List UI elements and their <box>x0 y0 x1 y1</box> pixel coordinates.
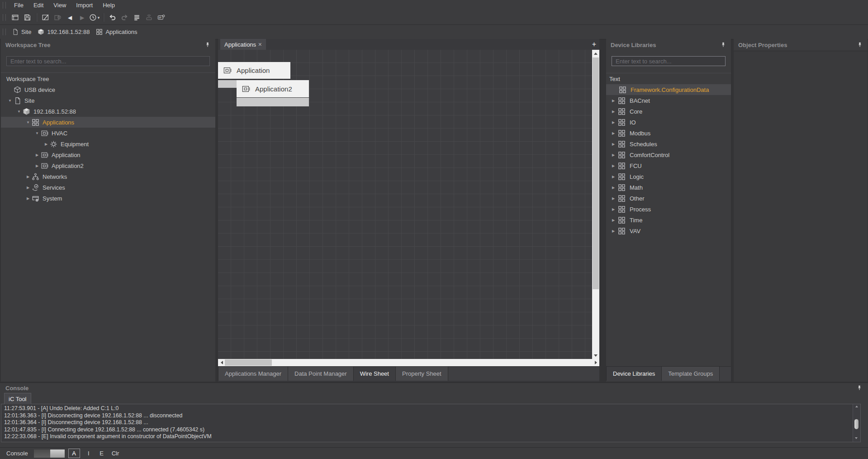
tree-item-hvac[interactable]: ▼HVAC <box>1 128 215 139</box>
expand-icon[interactable]: ▶ <box>610 110 617 114</box>
library-item-core[interactable]: ▶Core <box>606 106 731 117</box>
expand-icon[interactable]: ▶ <box>610 120 617 124</box>
expand-icon[interactable]: ▶ <box>610 229 617 233</box>
pin-icon[interactable] <box>720 42 726 48</box>
horizontal-scroll-thumb[interactable] <box>225 359 272 366</box>
log-list-button[interactable] <box>131 12 142 23</box>
scroll-down-button[interactable] <box>855 437 858 439</box>
expand-icon[interactable]: ▶ <box>610 142 617 146</box>
tree-item-192-168-1-52-88[interactable]: ▼192.168.1.52:88 <box>1 106 215 117</box>
menu-file[interactable]: File <box>9 0 28 10</box>
tab-device-libraries[interactable]: Device Libraries <box>606 367 662 381</box>
workspace-search-input[interactable] <box>6 56 210 66</box>
tab-wire-sheet[interactable]: Wire Sheet <box>354 367 396 381</box>
toolbar-grip[interactable] <box>3 14 6 21</box>
expand-icon[interactable]: ▶ <box>610 186 617 190</box>
scroll-up-button[interactable] <box>592 50 599 57</box>
vertical-scrollbar[interactable] <box>592 50 599 359</box>
scroll-left-button[interactable] <box>218 359 225 366</box>
breadcrumb-item-applications[interactable]: Applications <box>96 29 137 35</box>
expand-icon[interactable]: ▶ <box>610 153 617 157</box>
expand-icon[interactable]: ▶ <box>24 186 32 190</box>
collapse-icon[interactable]: ▼ <box>15 110 23 114</box>
library-item-other[interactable]: ▶Other <box>606 193 731 204</box>
tab-data-point-manager[interactable]: Data Point Manager <box>288 367 354 381</box>
history-button[interactable]: ▾ <box>89 12 100 23</box>
expand-icon[interactable]: ▶ <box>33 164 41 168</box>
expand-icon[interactable]: ▶ <box>24 196 32 201</box>
expand-icon[interactable]: ▶ <box>610 196 617 201</box>
filter-e-button[interactable]: E <box>97 449 106 458</box>
library-item-comfortcontrol[interactable]: ▶ComfortControl <box>606 149 731 160</box>
collapse-icon[interactable]: ▼ <box>33 131 41 135</box>
expand-icon[interactable]: ▶ <box>610 164 617 168</box>
library-item-io[interactable]: ▶IO <box>606 117 731 128</box>
tab-applications-manager[interactable]: Applications Manager <box>218 367 288 381</box>
tree-item-applications[interactable]: ▼Applications <box>1 117 215 128</box>
library-item-vav[interactable]: ▶VAV <box>606 225 731 236</box>
expand-icon[interactable]: ▶ <box>33 153 41 157</box>
library-item-time[interactable]: ▶Time <box>606 215 731 225</box>
library-item-framework-configurationdata[interactable]: Framework.ConfigurationData <box>606 84 731 95</box>
save-button[interactable] <box>22 12 33 23</box>
library-item-schedules[interactable]: ▶Schedules <box>606 139 731 149</box>
scroll-down-button[interactable] <box>592 352 599 359</box>
expand-icon[interactable]: ▶ <box>24 175 32 179</box>
layout-button[interactable] <box>9 12 21 23</box>
tree-item-usb-device[interactable]: USB device <box>1 84 215 95</box>
toolbar-grip[interactable] <box>3 2 6 9</box>
menu-edit[interactable]: Edit <box>28 0 48 10</box>
edit-mode-button[interactable] <box>40 12 51 23</box>
tree-item-application2[interactable]: ▶Application2 <box>1 160 215 171</box>
tree-item-services[interactable]: ▶Services <box>1 182 215 193</box>
filter-a-button[interactable]: A <box>68 449 80 458</box>
menu-import[interactable]: Import <box>71 0 98 10</box>
vertical-scroll-thumb[interactable] <box>593 57 599 289</box>
breadcrumb-item-192-168-1-52-88[interactable]: 192.168.1.52:88 <box>38 29 90 35</box>
pin-icon[interactable] <box>857 42 863 48</box>
library-item-bacnet[interactable]: ▶BACnet <box>606 95 731 106</box>
tree-item-site[interactable]: ▼Site <box>1 95 215 106</box>
breadcrumb-item-site[interactable]: Site <box>12 29 31 35</box>
tree-item-system[interactable]: ▶System <box>1 193 215 204</box>
close-icon[interactable]: × <box>258 41 262 48</box>
expand-icon[interactable]: ▶ <box>610 207 617 211</box>
menu-help[interactable]: Help <box>98 0 120 10</box>
tab-ic-tool[interactable]: iC Tool <box>4 393 31 404</box>
wire-sheet-canvas[interactable]: ApplicationApplication2 <box>218 50 592 359</box>
library-item-fcu[interactable]: ▶FCU <box>606 160 731 171</box>
console-scroll-thumb[interactable] <box>854 419 859 429</box>
expand-icon[interactable]: ▶ <box>610 175 617 179</box>
pin-icon[interactable] <box>856 385 863 391</box>
horizontal-scrollbar[interactable] <box>218 359 599 366</box>
toolbar-grip[interactable] <box>3 29 6 35</box>
tab-template-groups[interactable]: Template Groups <box>662 367 720 381</box>
menu-view[interactable]: View <box>48 0 71 10</box>
pin-icon[interactable] <box>204 42 211 48</box>
canvas-block-application[interactable]: Application <box>218 62 290 79</box>
console-scrollbar[interactable] <box>853 404 860 442</box>
library-item-modbus[interactable]: ▶Modbus <box>606 128 731 139</box>
add-tab-button[interactable]: + <box>590 40 598 48</box>
library-item-process[interactable]: ▶Process <box>606 204 731 215</box>
tree-item-application[interactable]: ▶Application <box>1 149 215 160</box>
navigate-back-button[interactable]: ◀ <box>64 12 76 23</box>
tab-applications[interactable]: Applications × <box>220 39 266 50</box>
tree-item-equipment[interactable]: ▶Equipment <box>1 139 215 149</box>
scroll-up-button[interactable] <box>855 406 858 407</box>
collapse-icon[interactable]: ▼ <box>24 120 32 124</box>
console-log-area[interactable]: 11:27:53.901 - [A] Undo Delete: Added C:… <box>1 404 861 442</box>
expand-icon[interactable]: ▶ <box>43 142 50 146</box>
filter-clr-button[interactable]: Clr <box>110 449 121 458</box>
library-item-math[interactable]: ▶Math <box>606 182 731 193</box>
undo-button[interactable] <box>107 12 118 23</box>
tree-item-networks[interactable]: ▶Networks <box>1 171 215 182</box>
library-search-input[interactable] <box>612 56 726 66</box>
tab-property-sheet[interactable]: Property Sheet <box>396 367 448 381</box>
scroll-right-button[interactable] <box>592 359 599 366</box>
library-item-logic[interactable]: ▶Logic <box>606 171 731 182</box>
filter-i-button[interactable]: I <box>84 449 93 458</box>
collapse-icon[interactable]: ▼ <box>6 99 14 103</box>
expand-icon[interactable]: ▶ <box>610 131 617 135</box>
ip-settings-button[interactable]: IP <box>156 12 167 23</box>
